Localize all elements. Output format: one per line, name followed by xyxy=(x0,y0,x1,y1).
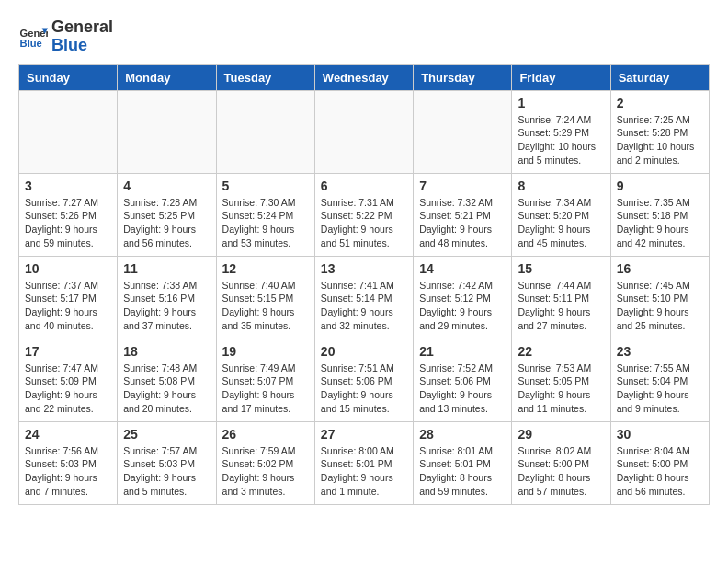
calendar-cell: 24Sunrise: 7:56 AM Sunset: 5:03 PM Dayli… xyxy=(19,421,118,504)
logo-text: General Blue xyxy=(51,18,113,55)
day-number: 3 xyxy=(25,178,111,193)
calendar-cell: 7Sunrise: 7:32 AM Sunset: 5:21 PM Daylig… xyxy=(414,173,512,256)
day-info: Sunrise: 7:30 AM Sunset: 5:24 PM Dayligh… xyxy=(222,196,309,250)
day-info: Sunrise: 7:44 AM Sunset: 5:11 PM Dayligh… xyxy=(518,279,604,333)
calendar-cell: 8Sunrise: 7:34 AM Sunset: 5:20 PM Daylig… xyxy=(512,173,610,256)
calendar-week-2: 10Sunrise: 7:37 AM Sunset: 5:17 PM Dayli… xyxy=(19,256,710,339)
day-number: 23 xyxy=(617,344,703,359)
day-number: 5 xyxy=(222,178,309,193)
calendar-week-0: 1Sunrise: 7:24 AM Sunset: 5:29 PM Daylig… xyxy=(19,90,710,173)
day-number: 16 xyxy=(617,261,703,276)
day-info: Sunrise: 7:57 AM Sunset: 5:03 PM Dayligh… xyxy=(123,444,210,499)
calendar-cell: 13Sunrise: 7:41 AM Sunset: 5:14 PM Dayli… xyxy=(314,256,413,339)
weekday-header-wednesday: Wednesday xyxy=(314,64,413,90)
calendar-table: SundayMondayTuesdayWednesdayThursdayFrid… xyxy=(18,64,710,505)
day-info: Sunrise: 7:27 AM Sunset: 5:26 PM Dayligh… xyxy=(25,196,111,250)
day-number: 19 xyxy=(222,344,309,359)
calendar-cell: 26Sunrise: 7:59 AM Sunset: 5:02 PM Dayli… xyxy=(216,421,314,504)
day-number: 21 xyxy=(419,344,506,359)
calendar-cell: 4Sunrise: 7:28 AM Sunset: 5:25 PM Daylig… xyxy=(118,173,216,256)
day-number: 22 xyxy=(518,344,604,359)
calendar-cell xyxy=(314,90,413,173)
logo-icon: General Blue xyxy=(18,22,48,52)
calendar-cell: 19Sunrise: 7:49 AM Sunset: 5:07 PM Dayli… xyxy=(216,339,314,421)
calendar-week-3: 17Sunrise: 7:47 AM Sunset: 5:09 PM Dayli… xyxy=(19,339,710,421)
day-number: 30 xyxy=(617,427,703,442)
weekday-header-saturday: Saturday xyxy=(610,64,709,90)
calendar-cell: 17Sunrise: 7:47 AM Sunset: 5:09 PM Dayli… xyxy=(19,339,118,421)
calendar-cell: 2Sunrise: 7:25 AM Sunset: 5:28 PM Daylig… xyxy=(610,90,709,173)
calendar-cell: 28Sunrise: 8:01 AM Sunset: 5:01 PM Dayli… xyxy=(414,421,512,504)
day-info: Sunrise: 7:28 AM Sunset: 5:25 PM Dayligh… xyxy=(123,196,210,250)
weekday-header-tuesday: Tuesday xyxy=(216,64,314,90)
weekday-header-friday: Friday xyxy=(512,64,610,90)
calendar-cell: 1Sunrise: 7:24 AM Sunset: 5:29 PM Daylig… xyxy=(512,90,610,173)
calendar-cell: 15Sunrise: 7:44 AM Sunset: 5:11 PM Dayli… xyxy=(512,256,610,339)
day-info: Sunrise: 8:04 AM Sunset: 5:00 PM Dayligh… xyxy=(617,444,703,499)
weekday-header-sunday: Sunday xyxy=(19,64,118,90)
calendar-cell: 16Sunrise: 7:45 AM Sunset: 5:10 PM Dayli… xyxy=(610,256,709,339)
day-number: 12 xyxy=(222,261,309,276)
day-number: 26 xyxy=(222,427,309,442)
calendar-cell: 23Sunrise: 7:55 AM Sunset: 5:04 PM Dayli… xyxy=(610,339,709,421)
day-number: 9 xyxy=(617,178,703,193)
calendar-cell xyxy=(414,90,512,173)
day-number: 2 xyxy=(617,96,703,110)
calendar-cell: 25Sunrise: 7:57 AM Sunset: 5:03 PM Dayli… xyxy=(118,421,216,504)
day-info: Sunrise: 7:31 AM Sunset: 5:22 PM Dayligh… xyxy=(321,196,407,250)
day-info: Sunrise: 7:47 AM Sunset: 5:09 PM Dayligh… xyxy=(25,362,111,416)
day-info: Sunrise: 7:48 AM Sunset: 5:08 PM Dayligh… xyxy=(123,362,210,416)
day-info: Sunrise: 7:41 AM Sunset: 5:14 PM Dayligh… xyxy=(321,279,407,333)
day-number: 27 xyxy=(321,427,407,442)
weekday-header-monday: Monday xyxy=(118,64,216,90)
day-number: 8 xyxy=(518,178,604,193)
page-header: General Blue General Blue xyxy=(18,18,710,55)
calendar-cell: 12Sunrise: 7:40 AM Sunset: 5:15 PM Dayli… xyxy=(216,256,314,339)
day-info: Sunrise: 7:35 AM Sunset: 5:18 PM Dayligh… xyxy=(617,196,703,250)
calendar-cell xyxy=(216,90,314,173)
calendar-cell: 5Sunrise: 7:30 AM Sunset: 5:24 PM Daylig… xyxy=(216,173,314,256)
day-info: Sunrise: 7:55 AM Sunset: 5:04 PM Dayligh… xyxy=(617,362,703,416)
calendar-cell xyxy=(19,90,118,173)
day-number: 6 xyxy=(321,178,407,193)
day-number: 24 xyxy=(25,427,111,442)
day-number: 29 xyxy=(518,427,604,442)
logo: General Blue General Blue xyxy=(18,18,113,55)
day-number: 4 xyxy=(123,178,210,193)
day-info: Sunrise: 7:24 AM Sunset: 5:29 PM Dayligh… xyxy=(518,113,604,167)
weekday-header-thursday: Thursday xyxy=(414,64,512,90)
svg-text:Blue: Blue xyxy=(20,38,42,49)
day-info: Sunrise: 7:53 AM Sunset: 5:05 PM Dayligh… xyxy=(518,362,604,416)
day-info: Sunrise: 7:32 AM Sunset: 5:21 PM Dayligh… xyxy=(419,196,506,250)
calendar-cell: 9Sunrise: 7:35 AM Sunset: 5:18 PM Daylig… xyxy=(610,173,709,256)
calendar-cell: 6Sunrise: 7:31 AM Sunset: 5:22 PM Daylig… xyxy=(314,173,413,256)
calendar-cell xyxy=(118,90,216,173)
calendar-cell: 27Sunrise: 8:00 AM Sunset: 5:01 PM Dayli… xyxy=(314,421,413,504)
calendar-cell: 20Sunrise: 7:51 AM Sunset: 5:06 PM Dayli… xyxy=(314,339,413,421)
day-info: Sunrise: 7:40 AM Sunset: 5:15 PM Dayligh… xyxy=(222,279,309,333)
day-number: 7 xyxy=(419,178,506,193)
day-number: 1 xyxy=(518,96,604,110)
day-info: Sunrise: 8:01 AM Sunset: 5:01 PM Dayligh… xyxy=(419,444,506,499)
day-info: Sunrise: 7:59 AM Sunset: 5:02 PM Dayligh… xyxy=(222,444,309,499)
day-number: 17 xyxy=(25,344,111,359)
day-info: Sunrise: 7:37 AM Sunset: 5:17 PM Dayligh… xyxy=(25,279,111,333)
day-info: Sunrise: 7:25 AM Sunset: 5:28 PM Dayligh… xyxy=(617,113,703,167)
day-info: Sunrise: 8:02 AM Sunset: 5:00 PM Dayligh… xyxy=(518,444,604,499)
calendar-cell: 30Sunrise: 8:04 AM Sunset: 5:00 PM Dayli… xyxy=(610,421,709,504)
day-info: Sunrise: 7:34 AM Sunset: 5:20 PM Dayligh… xyxy=(518,196,604,250)
calendar-cell: 10Sunrise: 7:37 AM Sunset: 5:17 PM Dayli… xyxy=(19,256,118,339)
day-info: Sunrise: 7:45 AM Sunset: 5:10 PM Dayligh… xyxy=(617,279,703,333)
day-info: Sunrise: 7:38 AM Sunset: 5:16 PM Dayligh… xyxy=(123,279,210,333)
day-number: 14 xyxy=(419,261,506,276)
calendar-week-4: 24Sunrise: 7:56 AM Sunset: 5:03 PM Dayli… xyxy=(19,421,710,504)
day-number: 20 xyxy=(321,344,407,359)
calendar-cell: 22Sunrise: 7:53 AM Sunset: 5:05 PM Dayli… xyxy=(512,339,610,421)
day-info: Sunrise: 7:51 AM Sunset: 5:06 PM Dayligh… xyxy=(321,362,407,416)
calendar-week-1: 3Sunrise: 7:27 AM Sunset: 5:26 PM Daylig… xyxy=(19,173,710,256)
calendar-cell: 29Sunrise: 8:02 AM Sunset: 5:00 PM Dayli… xyxy=(512,421,610,504)
day-number: 10 xyxy=(25,261,111,276)
day-number: 28 xyxy=(419,427,506,442)
day-number: 18 xyxy=(123,344,210,359)
day-number: 11 xyxy=(123,261,210,276)
